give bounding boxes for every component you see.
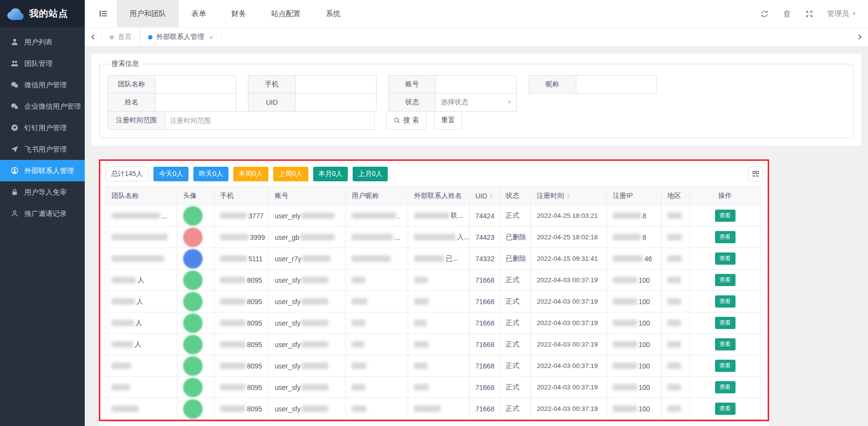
nav-item-forms[interactable]: 表单 [179,0,219,27]
view-button[interactable]: 查看 [715,338,736,350]
redacted-nickname [352,384,365,390]
cell-nickname: . [346,205,408,226]
nav-item-finance[interactable]: 财务 [219,0,259,27]
refresh-icon[interactable] [755,4,774,23]
phone-input[interactable] [296,75,377,94]
field-label: 姓名 [108,93,155,112]
nickname-input[interactable] [576,75,657,94]
view-button[interactable]: 查看 [715,252,736,265]
cell-nickname [346,334,408,355]
cell-reg-time: 2022-04-03 00:37:19 [531,312,607,333]
sort-carets-icon[interactable]: ▲▼ [566,193,570,199]
cell-contact-name: 联... [408,205,470,226]
view-button[interactable]: 查看 [715,231,736,243]
brand: 我的站点 [0,0,85,27]
col-header-nickname: 用户昵称 [346,187,408,205]
redacted-phone [220,320,245,326]
redacted-contact-name [414,406,441,412]
view-button[interactable]: 查看 [715,295,736,308]
wechat-icon [11,81,19,89]
regtime-range-input[interactable] [165,111,375,130]
nav-item-site-config[interactable]: 站点配置 [259,0,313,27]
stat-last-month[interactable]: 上月0人 [353,167,388,181]
cell-action: 查看 [690,398,761,419]
redacted-account [302,384,328,390]
sidebar-item-promo-invites[interactable]: 推广邀请记录 [0,203,85,224]
field-label: 团队名称 [108,75,155,94]
cell-team-name [105,248,177,269]
sidebar-item-wechat-users[interactable]: 微信用户管理 [0,74,85,96]
cell-contact-name: 已... [408,248,470,269]
status-select[interactable]: 选择状态 ▼ [436,93,517,112]
field-label: 注册时间范围 [108,111,165,130]
view-button[interactable]: 查看 [715,317,736,329]
name-input[interactable] [155,93,236,112]
tabs-scroll-right-icon[interactable] [851,28,868,46]
cell-team-name [105,398,177,419]
cell-nickname [346,398,408,419]
cell-reg-time: 2022-04-03 00:37:19 [531,398,607,419]
tabs-scroll-left-icon[interactable] [85,28,101,46]
view-button[interactable]: 查看 [715,274,736,286]
stat-total[interactable]: 总计145人 [105,167,149,181]
redacted-region [667,234,682,240]
redacted-account [302,255,330,262]
redacted-ip [613,320,637,326]
cell-action: 查看 [690,227,761,248]
cell-region [661,355,690,376]
redacted-account [301,234,335,240]
cell-avatar [177,334,214,355]
cell-contact-name [408,334,470,355]
fullscreen-icon[interactable] [800,4,818,23]
trash-icon[interactable] [777,4,796,23]
view-button[interactable]: 查看 [715,403,736,415]
reset-button[interactable]: 重置 [434,111,462,130]
search-button[interactable]: 搜 索 [386,111,426,130]
col-header-uid[interactable]: UID ▲▼ [470,187,500,205]
table-row: 3999 user_gb ... [105,227,761,248]
table-row: 5111 user_r7y [105,248,761,270]
admin-dropdown[interactable]: 管理员 ▼ [822,9,856,19]
sidebar-item-dingtalk-users[interactable]: 钉钉用户管理 [0,117,85,138]
view-button[interactable]: 查看 [715,360,736,372]
cell-contact-name [408,312,470,333]
team-name-input[interactable] [155,75,236,94]
view-button[interactable]: 查看 [715,210,736,222]
sidebar-item-user-list[interactable]: 用户列表 [0,31,85,53]
field-label: 状态 [388,93,436,112]
collapse-menu-icon[interactable] [90,0,117,27]
col-header-account: 账号 [269,187,346,205]
col-header-reg-time[interactable]: 注册时间 ▲▼ [531,187,607,205]
cell-avatar [177,270,214,290]
sidebar-item-wechat-work-users[interactable]: 企业微信用户管理 [0,96,85,117]
view-button[interactable]: 查看 [715,381,736,393]
stat-this-week[interactable]: 本周0人 [233,167,268,181]
tab-external-contacts[interactable]: 外部联系人管理 × [140,28,222,46]
redacted-team-name [112,213,160,219]
cell-avatar [177,205,214,226]
column-settings-icon[interactable] [748,167,763,181]
nav-item-users-teams[interactable]: 用户和团队 [117,0,179,27]
close-icon[interactable]: × [209,33,213,41]
account-input[interactable] [436,75,517,94]
stat-today[interactable]: 今天0人 [153,167,189,181]
cell-team-name: ... [105,205,177,226]
redacted-team-name [112,363,131,369]
redacted-team-name [112,298,135,305]
sidebar-item-user-import-audit[interactable]: 用户导入免审 [0,181,85,203]
sidebar-item-external-contacts[interactable]: 外部联系人管理 [0,160,85,181]
stat-last-week[interactable]: 上周0人 [273,167,308,181]
redacted-region [667,213,682,219]
stat-yesterday[interactable]: 昨天0人 [193,167,228,181]
sidebar-item-team-mgmt[interactable]: 团队管理 [0,53,85,74]
sidebar-item-feishu-users[interactable]: 飞书用户管理 [0,138,85,160]
uid-input[interactable] [296,93,377,112]
cell-avatar [177,312,214,333]
redacted-ip [613,406,637,412]
tab-home[interactable]: 首页 [101,28,140,46]
sort-carets-icon[interactable]: ▲▼ [490,193,493,199]
cell-region [661,377,690,398]
avatar [183,313,203,333]
stat-this-month[interactable]: 本月0人 [313,167,348,181]
nav-item-system[interactable]: 系统 [313,0,353,27]
